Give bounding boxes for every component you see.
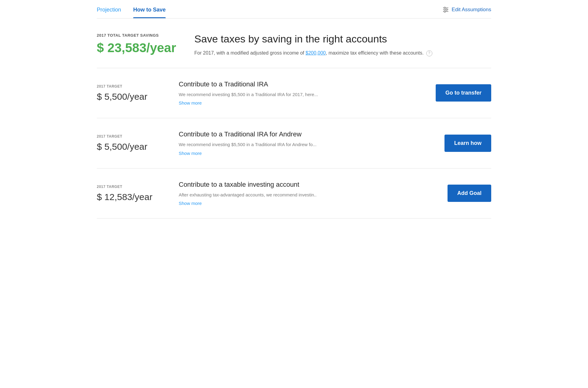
rec-amount-2: $ 12,583/year: [97, 192, 167, 202]
hero-description-pre: For 2017, with a modified adjusted gross…: [194, 50, 306, 55]
rec-action-1: Learn how: [424, 135, 491, 152]
income-link[interactable]: $200,000: [306, 50, 326, 55]
rec-year-label-0: 2017 TARGET: [97, 84, 167, 89]
rec-title-2: Contribute to a taxable investing accoun…: [179, 181, 412, 189]
hero-right: Save taxes by saving in the right accoun…: [194, 33, 491, 57]
rec-content-2: Contribute to a taxable investing accoun…: [179, 181, 412, 206]
edit-assumptions-button[interactable]: Edit Assumptions: [442, 6, 491, 18]
recommendations-list: 2017 TARGET $ 5,500/year Contribute to a…: [97, 68, 491, 219]
rec-left-0: 2017 TARGET $ 5,500/year: [97, 84, 167, 102]
rec-description-1: We recommend investing $5,500 in a Tradi…: [179, 141, 412, 148]
rec-left-2: 2017 TARGET $ 12,583/year: [97, 185, 167, 202]
action-btn-1[interactable]: Learn how: [444, 135, 491, 152]
hero-label: 2017 TOTAL TARGET SAVINGS: [97, 33, 176, 38]
hero-section: 2017 TOTAL TARGET SAVINGS $ 23,583/year …: [97, 18, 491, 68]
tabs-bar: Projection How to Save Edit Assumptions: [97, 0, 491, 18]
hero-description-post: , maximize tax efficiency with these acc…: [326, 50, 424, 55]
rec-description-0: We recommend investing $5,500 in a Tradi…: [179, 91, 412, 98]
rec-content-0: Contribute to a Traditional IRA We recom…: [179, 80, 412, 106]
rec-left-1: 2017 TARGET $ 5,500/year: [97, 134, 167, 152]
svg-point-4: [446, 9, 447, 11]
action-btn-2[interactable]: Add Goal: [448, 185, 491, 202]
rec-amount-0: $ 5,500/year: [97, 92, 167, 102]
rec-year-label-1: 2017 TARGET: [97, 134, 167, 139]
hero-amount: $ 23,583/year: [97, 41, 176, 55]
rec-action-2: Add Goal: [424, 185, 491, 202]
action-btn-0[interactable]: Go to transfer: [436, 84, 491, 102]
hero-title: Save taxes by saving in the right accoun…: [194, 33, 491, 45]
recommendation-row: 2017 TARGET $ 5,500/year Contribute to a…: [97, 118, 491, 169]
rec-action-0: Go to transfer: [424, 84, 491, 102]
svg-point-5: [444, 11, 445, 12]
recommendation-row: 2017 TARGET $ 5,500/year Contribute to a…: [97, 68, 491, 119]
recommendation-row: 2017 TARGET $ 12,583/year Contribute to …: [97, 169, 491, 219]
show-more-link-1[interactable]: Show more: [179, 151, 202, 156]
rec-content-1: Contribute to a Traditional IRA for Andr…: [179, 130, 412, 156]
rec-year-label-2: 2017 TARGET: [97, 185, 167, 189]
tab-projection[interactable]: Projection: [97, 7, 121, 18]
tabs-left: Projection How to Save: [97, 7, 166, 18]
rec-amount-1: $ 5,500/year: [97, 142, 167, 152]
show-more-link-2[interactable]: Show more: [179, 201, 202, 206]
svg-point-3: [444, 7, 445, 9]
edit-assumptions-label: Edit Assumptions: [452, 7, 491, 13]
rec-title-0: Contribute to a Traditional IRA: [179, 80, 412, 88]
sliders-icon: [442, 6, 449, 13]
rec-title-1: Contribute to a Traditional IRA for Andr…: [179, 130, 412, 138]
hero-left: 2017 TOTAL TARGET SAVINGS $ 23,583/year: [97, 33, 176, 55]
hero-description: For 2017, with a modified adjusted gross…: [194, 49, 491, 57]
show-more-link-0[interactable]: Show more: [179, 100, 202, 105]
tab-how-to-save[interactable]: How to Save: [133, 7, 166, 18]
rec-description-2: After exhausting tax-advantaged accounts…: [179, 192, 412, 199]
info-icon[interactable]: ?: [426, 50, 432, 56]
